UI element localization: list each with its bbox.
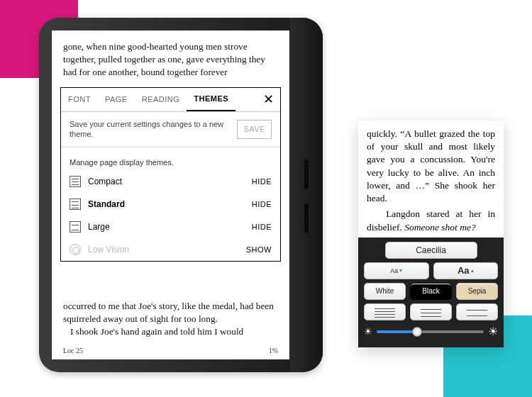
theme-row-standard[interactable]: Standard HIDE — [61, 193, 280, 216]
book-text-top: gone, when nine good-hearted young men s… — [63, 40, 278, 79]
line-spacing-loose-button[interactable] — [456, 303, 498, 320]
book-text-bottom: occurred to me that Joe's story, like th… — [63, 300, 278, 338]
status-bar: Loc 25 1% — [63, 346, 278, 356]
spacing-standard-icon — [70, 198, 81, 210]
settings-tabs: FONT PAGE READING THEMES ✕ — [61, 88, 280, 112]
color-black-button[interactable]: Black — [410, 283, 452, 300]
tab-themes[interactable]: THEMES — [187, 88, 235, 111]
brightness-slider[interactable] — [377, 330, 484, 333]
page-turn-button-down[interactable] — [304, 203, 309, 233]
manage-themes-header: Manage page display themes. — [61, 147, 280, 171]
theme-row-compact[interactable]: Compact HIDE — [61, 170, 280, 193]
low-vision-icon — [70, 244, 81, 255]
color-white-button[interactable]: White — [364, 283, 406, 300]
brightness-high-icon: ☀ — [488, 324, 498, 340]
book-page: quickly. “A bullet grazed the top of you… — [358, 121, 504, 234]
device-grip — [290, 18, 323, 372]
font-name-button[interactable]: Caecilia — [385, 242, 477, 259]
device-screen: gone, when nine good-hearted young men s… — [52, 30, 289, 359]
theme-action[interactable]: HIDE — [252, 177, 272, 187]
close-icon[interactable]: ✕ — [256, 88, 280, 111]
theme-action[interactable]: HIDE — [252, 222, 272, 233]
save-hint-text: Save your current settings changes to a … — [70, 119, 237, 140]
spacing-compact-icon — [70, 176, 81, 187]
tab-reading[interactable]: READING — [135, 88, 187, 111]
theme-name: Large — [88, 221, 252, 233]
theme-row-large[interactable]: Large HIDE — [61, 216, 280, 238]
line-spacing-medium-button[interactable] — [410, 303, 452, 320]
tab-page[interactable]: PAGE — [98, 88, 135, 111]
line-spacing-tight-button[interactable] — [364, 303, 406, 320]
color-sepia-button[interactable]: Sepia — [456, 283, 498, 300]
tab-font[interactable]: FONT — [61, 88, 98, 111]
ereader-device-left: gone, when nine good-hearted young men s… — [39, 18, 323, 372]
theme-name: Compact — [88, 176, 252, 187]
theme-action[interactable]: SHOW — [246, 245, 272, 255]
font-size-increase-button[interactable]: Aa▴ — [433, 262, 499, 279]
brightness-low-icon: ☀ — [364, 325, 372, 338]
display-settings-popover: FONT PAGE READING THEMES ✕ Save your cur… — [60, 87, 281, 262]
font-panel: Caecilia Aa▾ Aa▴ White Black Sepia ☀ ☀ — [358, 237, 504, 347]
theme-name: Standard — [88, 198, 252, 210]
save-button[interactable]: SAVE — [237, 120, 272, 139]
page-turn-button-up[interactable] — [304, 160, 309, 189]
theme-action[interactable]: HIDE — [252, 199, 272, 210]
paragraph-2: Langdon stared at her in disbelief. Some… — [367, 208, 495, 233]
ereader-device-right: quickly. “A bullet grazed the top of you… — [358, 121, 504, 347]
save-theme-row: Save your current settings changes to a … — [61, 112, 280, 147]
location-label: Loc 25 — [63, 346, 83, 356]
brightness-slider-row: ☀ ☀ — [364, 324, 498, 340]
theme-name: Low Vision — [88, 244, 246, 255]
font-size-decrease-button[interactable]: Aa▾ — [364, 262, 429, 279]
theme-row-low-vision[interactable]: Low Vision SHOW — [61, 238, 280, 261]
spacing-large-icon — [70, 221, 81, 233]
paragraph-1: quickly. “A bullet grazed the top of you… — [367, 128, 495, 205]
progress-label: 1% — [269, 346, 278, 356]
